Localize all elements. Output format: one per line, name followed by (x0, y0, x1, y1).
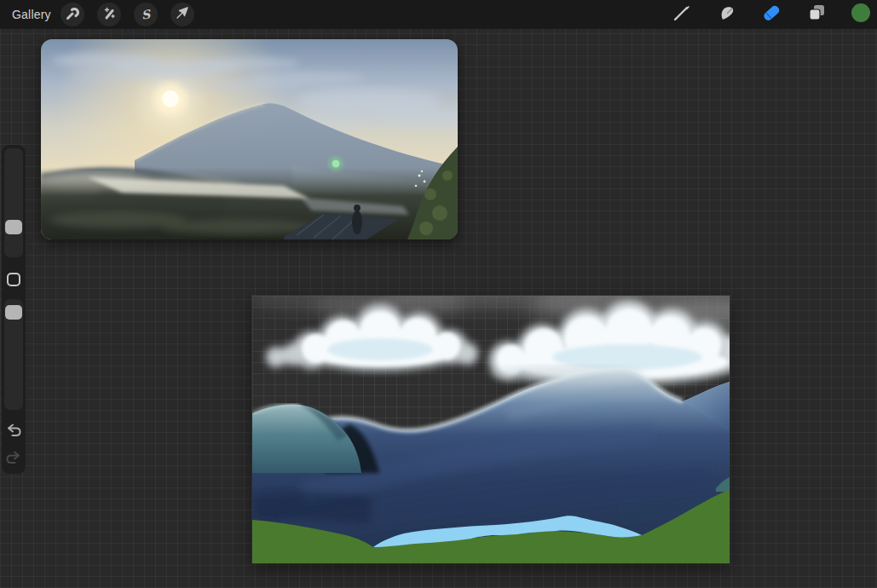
layers-button[interactable] (804, 3, 829, 26)
erase-tool-button[interactable] (759, 3, 784, 26)
tool-sidebar (2, 145, 26, 474)
selection-button[interactable]: S (134, 3, 158, 26)
color-swatch-button[interactable] (848, 3, 874, 26)
transform-arrow-icon (173, 3, 192, 26)
painting-artwork (252, 296, 730, 563)
workspace-background: Gallery S (0, 0, 877, 588)
selection-s-icon: S (141, 7, 151, 21)
magic-wand-icon (100, 3, 118, 26)
undo-arrow-icon (5, 423, 22, 441)
redo-button[interactable] (2, 448, 26, 470)
paintbrush-icon (671, 2, 693, 27)
layers-icon (805, 2, 828, 27)
top-toolbar: Gallery S (0, 0, 877, 29)
color-swatch-circle (850, 2, 872, 27)
reference-photo[interactable] (41, 39, 458, 239)
modify-button[interactable] (7, 273, 20, 286)
eraser-icon (759, 1, 783, 28)
smudge-finger-icon (716, 2, 738, 27)
reference-photo-image (41, 39, 458, 239)
adjustments-button[interactable] (97, 3, 121, 26)
wrench-icon (63, 3, 82, 26)
transform-button[interactable] (170, 3, 194, 26)
undo-button[interactable] (2, 421, 26, 443)
brush-size-slider[interactable] (4, 148, 23, 257)
paint-tool-button[interactable] (669, 3, 695, 26)
opacity-handle[interactable] (5, 305, 22, 320)
smudge-tool-button[interactable] (714, 3, 740, 26)
redo-arrow-icon (5, 450, 22, 469)
painting-canvas[interactable] (252, 296, 730, 563)
gallery-button[interactable]: Gallery (12, 0, 51, 29)
actions-button[interactable] (61, 3, 84, 26)
brush-size-handle[interactable] (5, 220, 22, 234)
